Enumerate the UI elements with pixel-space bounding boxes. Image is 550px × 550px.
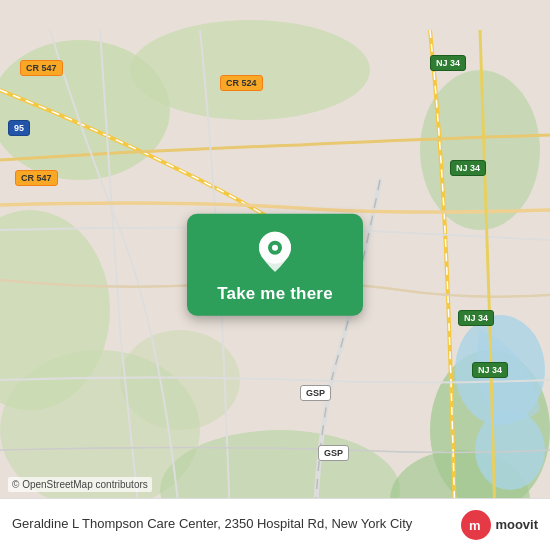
badge-gsp-bot: GSP <box>318 445 349 461</box>
badge-cr547-mid: CR 547 <box>15 170 58 186</box>
badge-cr547-top: CR 547 <box>20 60 63 76</box>
moovit-icon: m <box>461 510 491 540</box>
moovit-logo: m moovit <box>461 510 538 540</box>
svg-point-14 <box>272 245 278 251</box>
take-me-card[interactable]: Take me there <box>187 214 363 316</box>
svg-text:m: m <box>469 518 481 533</box>
location-text: Geraldine L Thompson Care Center, 2350 H… <box>12 516 412 533</box>
svg-point-9 <box>120 330 240 430</box>
info-left: Geraldine L Thompson Care Center, 2350 H… <box>12 516 461 533</box>
info-bar: Geraldine L Thompson Care Center, 2350 H… <box>0 498 550 550</box>
svg-point-3 <box>420 70 540 230</box>
badge-nj34-low: NJ 34 <box>458 310 494 326</box>
take-me-button-label: Take me there <box>217 284 333 304</box>
pin-icon <box>253 230 297 274</box>
badge-cr524: CR 524 <box>220 75 263 91</box>
badge-nj34-top: NJ 34 <box>430 55 466 71</box>
map-container: CR 547 CR 524 NJ 34 CR 547 NJ 34 GSP NJ … <box>0 0 550 550</box>
moovit-text: moovit <box>495 517 538 532</box>
svg-point-2 <box>130 20 370 120</box>
badge-95: 95 <box>8 120 30 136</box>
badge-nj34-low2: NJ 34 <box>472 362 508 378</box>
osm-credit: © OpenStreetMap contributors <box>8 477 152 492</box>
badge-gsp-low: GSP <box>300 385 331 401</box>
badge-nj34-mid: NJ 34 <box>450 160 486 176</box>
